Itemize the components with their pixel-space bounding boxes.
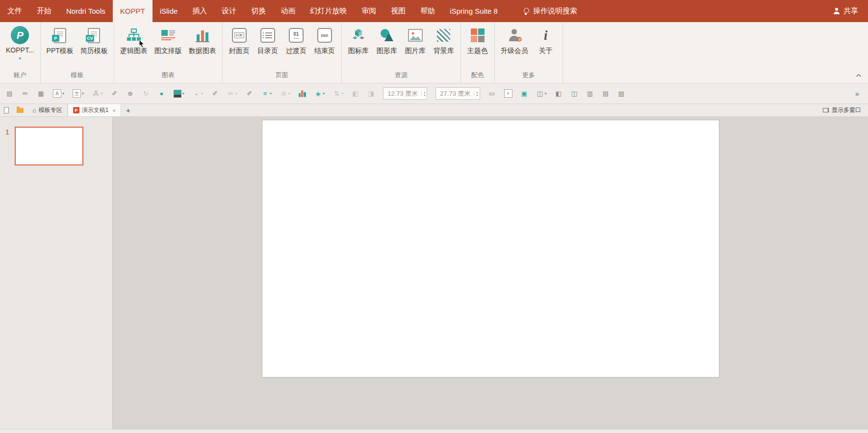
outline-eyedropper-icon[interactable]: ✐	[246, 87, 253, 100]
koppt-account-button[interactable]: P KOPPT... ▾	[2, 25, 38, 70]
align-center-icon[interactable]: ◫	[571, 87, 578, 100]
set-background-icon[interactable]: ▧	[618, 87, 625, 100]
stepper-arrows[interactable]: ▴▾	[474, 91, 478, 97]
selection-pane-icon[interactable]: ◫ ▾	[536, 87, 547, 100]
tab-presentation-1[interactable]: P 演示文稿1 ×	[68, 104, 121, 116]
size-field-height[interactable]: 12.73 厘米 ▴▾	[383, 87, 427, 100]
tab-template-zone[interactable]: ⌂ 模板专区	[27, 104, 68, 116]
ellipse-shape-icon[interactable]: ●	[158, 87, 165, 100]
resume-template-button[interactable]: CV 简历模板	[77, 25, 111, 70]
menu-tab-file[interactable]: 文件	[0, 0, 29, 22]
bring-forward-icon[interactable]: ◧	[352, 87, 359, 100]
anchor-point-icon[interactable]: ⊕	[127, 87, 134, 100]
font-size-icon[interactable]: A ▾	[92, 87, 102, 100]
format-painter-icon[interactable]: ✏	[22, 87, 29, 100]
menu-tab-view[interactable]: 视图	[383, 0, 413, 22]
share-button[interactable]: 共享	[823, 0, 868, 22]
menu-tab-help[interactable]: 帮助	[413, 0, 442, 22]
send-backward-icon[interactable]: ◨	[367, 87, 375, 100]
fill-color-icon[interactable]: ▾	[174, 87, 184, 100]
cover-page-button[interactable]: 封面 封面页	[225, 25, 254, 70]
chevron-down-icon: ▾	[182, 91, 184, 96]
rotate-icon[interactable]: ↻	[142, 87, 150, 100]
menu-tab-animations[interactable]: 动画	[273, 0, 303, 22]
document-tab-bar: ⌂ 模板专区 P 演示文稿1 × + 显示多窗口	[0, 104, 868, 117]
shape-library-button[interactable]: 图形库	[373, 25, 401, 70]
effect-none-icon[interactable]: ⊘ ▾	[280, 87, 290, 100]
toc-page-button[interactable]: 目录页	[254, 25, 282, 70]
size-field-width[interactable]: 27.73 厘米 ▴▾	[435, 87, 480, 100]
menu-tab-insert[interactable]: 插入	[185, 0, 214, 22]
align-left-icon[interactable]: ◧	[555, 87, 562, 100]
slide-number: 1	[0, 127, 15, 136]
eyedropper-icon[interactable]: ✐	[111, 87, 118, 100]
picture-text-layout-button[interactable]: 图文排版	[151, 25, 185, 70]
data-chart-icon	[195, 26, 210, 45]
horizontal-scrollbar[interactable]	[0, 429, 868, 433]
distribute-vertical-icon[interactable]: ▤	[602, 87, 610, 100]
menu-tab-koppt[interactable]: KOPPT	[113, 0, 153, 22]
theme-color-button[interactable]: 主题色	[463, 25, 492, 70]
group-label-more: 更多	[495, 70, 562, 83]
text-box-icon[interactable]: A ▾	[53, 87, 64, 100]
ribbon-tab-bar: 文件 开始 Nordri Tools KOPPT iSlide 插入 设计 切换…	[0, 0, 868, 22]
ribbon-group-template: P PPT模板 CV 简历模板 模板	[41, 22, 114, 83]
flip-icon[interactable]: ⇅ ▾	[333, 87, 343, 100]
toolbar-overflow-icon[interactable]: »	[852, 89, 862, 98]
icon-library-button[interactable]: 图标库	[344, 25, 373, 70]
show-multi-window-button[interactable]: 显示多窗口	[816, 104, 868, 116]
slide-thumbnail-panel: 1	[0, 117, 113, 429]
slide-1-thumbnail[interactable]	[15, 127, 83, 165]
mini-chart-icon[interactable]	[299, 87, 306, 100]
close-object-icon[interactable]: ×	[504, 87, 512, 100]
menu-tab-home[interactable]: 开始	[29, 0, 59, 22]
align-text-icon[interactable]: ≡ ▾	[261, 87, 272, 100]
open-folder-button[interactable]	[13, 104, 27, 116]
ribbon-group-more: v 升级会员 i 关于 更多	[495, 22, 563, 83]
smart-align-icon[interactable]: ▣	[521, 87, 528, 100]
paint-bucket-icon[interactable]: ◒ ▾	[193, 87, 203, 100]
logic-chart-button[interactable]: 逻辑图表	[117, 25, 151, 70]
chevron-down-icon: ▾	[545, 91, 547, 96]
slide-canvas[interactable]	[262, 120, 719, 378]
chevron-down-icon: ▾	[62, 91, 64, 96]
upgrade-membership-button[interactable]: v 升级会员	[497, 25, 532, 70]
end-page-button[interactable]: END 结束页	[310, 25, 339, 70]
info-icon: i	[544, 28, 548, 43]
chevron-down-icon: ▾	[341, 91, 343, 96]
font-box-icon[interactable]: 文 ▾	[73, 87, 84, 100]
soft-keyboard-icon[interactable]: ▭	[488, 87, 496, 100]
koppt-ribbon: P KOPPT... ▾ 账户 P PPT模板 CV 简历模板 模板	[0, 22, 868, 83]
paste-icon[interactable]: ▤	[6, 87, 13, 100]
menu-tab-islide[interactable]: iSlide	[153, 0, 185, 22]
combine-shapes-icon[interactable]: ◈ ▾	[314, 87, 325, 100]
tell-me-search[interactable]: 操作说明搜索	[519, 0, 581, 22]
ribbon-group-chart: 逻辑图表 图文排版	[114, 22, 223, 83]
new-document-icon	[4, 107, 9, 113]
picture-library-button[interactable]: 图片库	[401, 25, 430, 70]
new-presentation-button[interactable]	[0, 104, 13, 116]
menu-tab-slideshow[interactable]: 幻灯片放映	[303, 0, 354, 22]
stepper-arrows[interactable]: ▴▾	[421, 91, 425, 97]
close-icon[interactable]: ×	[113, 108, 116, 113]
chevron-down-icon: ▾	[201, 91, 203, 96]
transition-page-button[interactable]: 01 过渡页	[282, 25, 310, 70]
table-icon[interactable]: ▦	[37, 87, 45, 100]
collapse-ribbon-icon[interactable]: ^	[856, 73, 861, 80]
shape-library-icon	[380, 26, 394, 45]
fill-eyedropper-icon[interactable]: ✐	[211, 87, 219, 100]
background-library-button[interactable]: 背景库	[430, 25, 458, 70]
menu-tab-review[interactable]: 审阅	[354, 0, 383, 22]
menu-tab-transitions[interactable]: 切换	[244, 0, 273, 22]
outline-pen-icon[interactable]: ✏ ▾	[227, 87, 237, 100]
ppt-template-button[interactable]: P PPT模板	[43, 25, 77, 70]
menu-tab-ispring-suite[interactable]: iSpring Suite 8	[442, 0, 505, 22]
menu-tab-design[interactable]: 设计	[214, 0, 244, 22]
distribute-horizontal-icon[interactable]: ▥	[587, 87, 594, 100]
group-label-color: 配色	[461, 70, 494, 83]
about-button[interactable]: i 关于	[532, 25, 560, 70]
new-tab-button[interactable]: +	[121, 104, 135, 116]
menu-tab-nordri-tools[interactable]: Nordri Tools	[59, 0, 113, 22]
person-icon	[833, 8, 840, 14]
data-chart-button[interactable]: 数据图表	[185, 25, 220, 70]
